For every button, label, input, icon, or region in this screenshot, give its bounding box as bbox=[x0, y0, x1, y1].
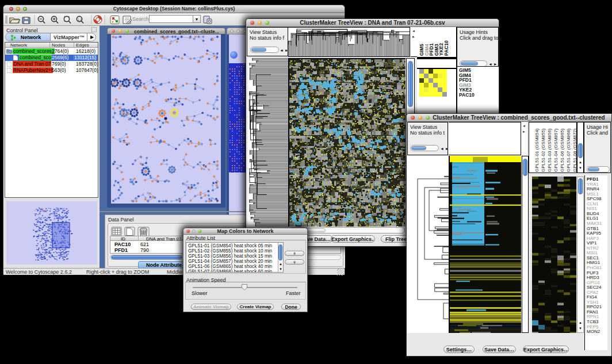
svg-text:GPL51-04 (GSM857): GPL51-04 (GSM857) bbox=[553, 128, 559, 172]
svg-text:GPL51-01 (GSM854): GPL51-01 (GSM854) bbox=[534, 128, 540, 172]
svg-text:GPL51-06 (GSM865): GPL51-06 (GSM865) bbox=[560, 128, 565, 172]
svg-text:GPL51-07 (GSM868): GPL51-07 (GSM868) bbox=[566, 128, 571, 172]
svg-text:GPL51-03 (GSM856): GPL51-03 (GSM856) bbox=[547, 128, 552, 172]
svg-text:GPL51-02 (GSM855): GPL51-02 (GSM855) bbox=[541, 128, 546, 172]
svg-text:PAC10: PAC10 bbox=[459, 92, 475, 98]
svg-text:PAC10: PAC10 bbox=[443, 40, 449, 56]
svg-text:1:1: 1:1 bbox=[78, 18, 82, 21]
svg-text:GPL51-08 (GSM872): GPL51-08 (GSM872) bbox=[572, 128, 576, 172]
